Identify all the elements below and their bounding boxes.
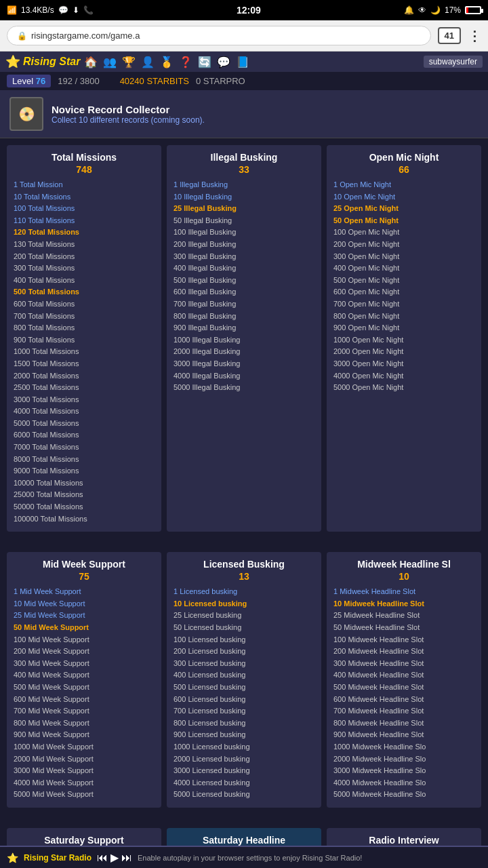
radio-play-button[interactable]: ▶ bbox=[110, 851, 119, 864]
list-item[interactable]: 50 Open Mic Night bbox=[333, 215, 474, 227]
list-item[interactable]: 700 Open Mic Night bbox=[333, 298, 474, 311]
list-item[interactable]: 400 Licensed busking bbox=[174, 669, 314, 682]
people-icon[interactable]: 👥 bbox=[103, 56, 117, 68]
list-item[interactable]: 100 Licensed busking bbox=[174, 634, 314, 646]
list-item[interactable]: 900 Illegal Busking bbox=[174, 322, 314, 334]
list-item[interactable]: 200 Midweek Headline Slot bbox=[333, 646, 474, 658]
list-item[interactable]: 10 Open Mic Night bbox=[333, 191, 474, 203]
list-item[interactable]: 1000 Open Mic Night bbox=[333, 334, 474, 347]
list-item[interactable]: 500 Mid Week Support bbox=[14, 682, 155, 694]
list-item[interactable]: 3000 Illegal Busking bbox=[174, 358, 314, 370]
home-icon[interactable]: 🏠 bbox=[84, 56, 98, 68]
list-item[interactable]: 25 Illegal Busking bbox=[174, 203, 314, 215]
list-item[interactable]: 1 Mid Week Support bbox=[14, 586, 155, 598]
tab-count[interactable]: 41 bbox=[438, 27, 461, 44]
list-item[interactable]: 1 Illegal Busking bbox=[174, 179, 314, 191]
list-item[interactable]: 1000 Illegal Busking bbox=[174, 334, 314, 347]
list-item[interactable]: 130 Total Missions bbox=[14, 239, 155, 251]
list-item[interactable]: 600 Midweek Headline Slot bbox=[333, 694, 474, 706]
list-item[interactable]: 200 Open Mic Night bbox=[333, 239, 474, 251]
list-item[interactable]: 800 Licensed busking bbox=[174, 717, 314, 730]
list-item[interactable]: 500 Total Missions bbox=[14, 286, 155, 298]
url-bar[interactable]: 🔒 risingstargame.com/game.a bbox=[7, 26, 431, 45]
list-item[interactable]: 700 Total Missions bbox=[14, 311, 155, 323]
list-item[interactable]: 25 Mid Week Support bbox=[14, 610, 155, 622]
list-item[interactable]: 1 Licensed busking bbox=[174, 586, 314, 598]
question-icon[interactable]: ❓ bbox=[179, 56, 192, 68]
list-item[interactable]: 5000 Licensed busking bbox=[174, 789, 314, 801]
game-title[interactable]: Rising Star bbox=[23, 56, 80, 68]
list-item[interactable]: 50 Mid Week Support bbox=[14, 622, 155, 634]
list-item[interactable]: 4000 Open Mic Night bbox=[333, 370, 474, 382]
list-item[interactable]: 200 Licensed busking bbox=[174, 646, 314, 658]
list-item[interactable]: 2000 Licensed busking bbox=[174, 753, 314, 766]
radio-next-button[interactable]: ⏭ bbox=[121, 852, 132, 864]
list-item[interactable]: 200 Total Missions bbox=[14, 251, 155, 263]
list-item[interactable]: 100 Illegal Busking bbox=[174, 226, 314, 239]
list-item[interactable]: 4000 Mid Week Support bbox=[14, 777, 155, 789]
list-item[interactable]: 1000 Licensed busking bbox=[174, 741, 314, 753]
list-item[interactable]: 10 Midweek Headline Slot bbox=[333, 598, 474, 610]
person-icon[interactable]: 👤 bbox=[141, 56, 155, 68]
list-item[interactable]: 2500 Total Missions bbox=[14, 382, 155, 394]
facebook-icon[interactable]: 📘 bbox=[236, 56, 249, 68]
list-item[interactable]: 6000 Total Missions bbox=[14, 429, 155, 441]
list-item[interactable]: 1500 Total Missions bbox=[14, 358, 155, 370]
list-item[interactable]: 5000 Midweek Headline Slo bbox=[333, 789, 474, 801]
list-item[interactable]: 2000 Open Mic Night bbox=[333, 346, 474, 358]
list-item[interactable]: 1 Open Mic Night bbox=[333, 179, 474, 191]
list-item[interactable]: 100 Open Mic Night bbox=[333, 226, 474, 239]
list-item[interactable]: 4000 Total Missions bbox=[14, 406, 155, 418]
list-item[interactable]: 7000 Total Missions bbox=[14, 441, 155, 454]
list-item[interactable]: 5000 Illegal Busking bbox=[174, 382, 314, 394]
radio-prev-button[interactable]: ⏮ bbox=[97, 852, 108, 864]
list-item[interactable]: 600 Mid Week Support bbox=[14, 694, 155, 706]
list-item[interactable]: 200 Mid Week Support bbox=[14, 646, 155, 658]
list-item[interactable]: 25 Licensed busking bbox=[174, 610, 314, 622]
list-item[interactable]: 300 Midweek Headline Slot bbox=[333, 658, 474, 670]
list-item[interactable]: 10 Mid Week Support bbox=[14, 598, 155, 610]
list-item[interactable]: 10 Illegal Busking bbox=[174, 191, 314, 203]
discord-icon[interactable]: 💬 bbox=[217, 56, 230, 68]
list-item[interactable]: 400 Total Missions bbox=[14, 275, 155, 287]
list-item[interactable]: 1000 Total Missions bbox=[14, 346, 155, 358]
list-item[interactable]: 700 Midweek Headline Slot bbox=[333, 705, 474, 717]
list-item[interactable]: 1 Midweek Headline Slot bbox=[333, 586, 474, 598]
list-item[interactable]: 3000 Open Mic Night bbox=[333, 358, 474, 370]
list-item[interactable]: 120 Total Missions bbox=[14, 226, 155, 239]
cup-icon[interactable]: 🥇 bbox=[160, 56, 174, 68]
list-item[interactable]: 300 Licensed busking bbox=[174, 658, 314, 670]
list-item[interactable]: 4000 Licensed busking bbox=[174, 777, 314, 789]
list-item[interactable]: 5000 Total Missions bbox=[14, 418, 155, 430]
list-item[interactable]: 1000 Mid Week Support bbox=[14, 741, 155, 753]
list-item[interactable]: 1 Total Mission bbox=[14, 179, 155, 191]
swap-icon[interactable]: 🔄 bbox=[198, 56, 211, 68]
list-item[interactable]: 3000 Mid Week Support bbox=[14, 765, 155, 777]
list-item[interactable]: 50000 Total Missions bbox=[14, 501, 155, 513]
list-item[interactable]: 800 Open Mic Night bbox=[333, 311, 474, 323]
list-item[interactable]: 400 Mid Week Support bbox=[14, 669, 155, 682]
list-item[interactable]: 800 Illegal Busking bbox=[174, 311, 314, 323]
list-item[interactable]: 10000 Total Missions bbox=[14, 477, 155, 490]
list-item[interactable]: 800 Total Missions bbox=[14, 322, 155, 334]
list-item[interactable]: 100 Midweek Headline Slot bbox=[333, 634, 474, 646]
list-item[interactable]: 400 Open Mic Night bbox=[333, 262, 474, 275]
list-item[interactable]: 2000 Total Missions bbox=[14, 370, 155, 382]
list-item[interactable]: 25 Open Mic Night bbox=[333, 203, 474, 215]
list-item[interactable]: 50 Illegal Busking bbox=[174, 215, 314, 227]
list-item[interactable]: 3000 Licensed busking bbox=[174, 765, 314, 777]
list-item[interactable]: 100 Total Missions bbox=[14, 203, 155, 215]
list-item[interactable]: 10 Licensed busking bbox=[174, 598, 314, 610]
list-item[interactable]: 600 Total Missions bbox=[14, 298, 155, 311]
list-item[interactable]: 9000 Total Missions bbox=[14, 465, 155, 477]
list-item[interactable]: 500 Illegal Busking bbox=[174, 275, 314, 287]
list-item[interactable]: 100000 Total Missions bbox=[14, 513, 155, 526]
list-item[interactable]: 2000 Midweek Headline Slo bbox=[333, 753, 474, 766]
list-item[interactable]: 4000 Illegal Busking bbox=[174, 370, 314, 382]
list-item[interactable]: 300 Total Missions bbox=[14, 262, 155, 275]
list-item[interactable]: 500 Open Mic Night bbox=[333, 275, 474, 287]
list-item[interactable]: 4000 Midweek Headline Slo bbox=[333, 777, 474, 789]
list-item[interactable]: 700 Mid Week Support bbox=[14, 705, 155, 717]
list-item[interactable]: 2000 Illegal Busking bbox=[174, 346, 314, 358]
list-item[interactable]: 500 Midweek Headline Slot bbox=[333, 682, 474, 694]
